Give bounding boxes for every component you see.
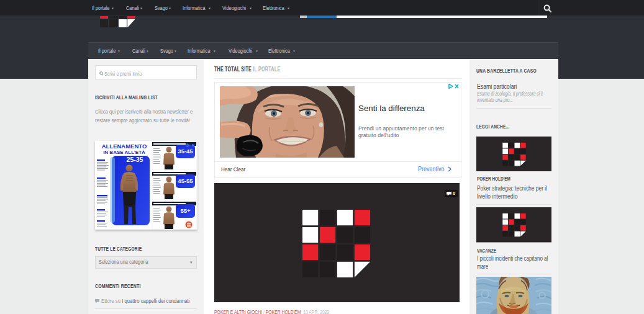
svg-text:25-35: 25-35 <box>127 156 143 163</box>
svg-text:ALLENAMENTO: ALLENAMENTO <box>102 143 147 150</box>
svg-text:45-55: 45-55 <box>178 177 193 184</box>
svg-text:IN BASE ALL’ETÀ: IN BASE ALL’ETÀ <box>103 150 145 155</box>
svg-text:35-45: 35-45 <box>178 148 193 155</box>
svg-text:55+: 55+ <box>180 207 191 214</box>
